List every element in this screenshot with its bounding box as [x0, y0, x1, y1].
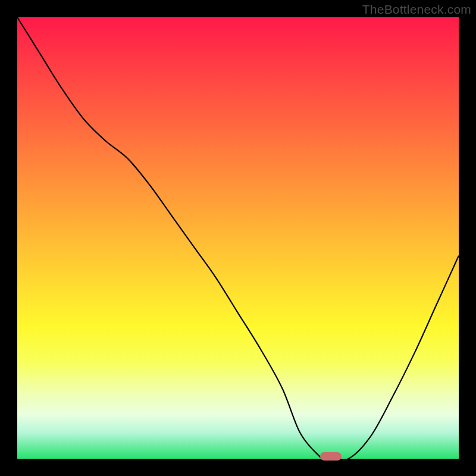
watermark-text: TheBottleneck.com	[362, 2, 471, 17]
optimal-marker	[320, 452, 342, 461]
chart-plot-area	[17, 17, 459, 459]
